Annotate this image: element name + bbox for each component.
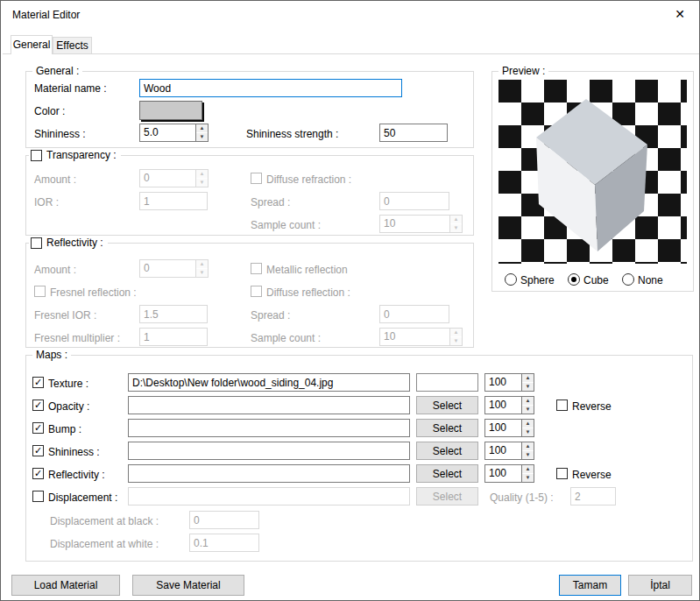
- displacement-path-input[interactable]: [128, 487, 410, 506]
- displacement-select-button[interactable]: Select: [416, 487, 478, 506]
- diffuse-refraction-label: Diffuse refraction :: [266, 173, 351, 186]
- shininess-strength-label: Shininess strength :: [246, 128, 338, 140]
- texture-path-input[interactable]: [128, 373, 410, 392]
- reflectivity-label: Reflectivity :: [46, 237, 103, 250]
- shininess-map-amount-input[interactable]: 100: [484, 442, 521, 460]
- spin-up-icon[interactable]: ▲: [196, 124, 208, 133]
- opacity-label: Opacity :: [48, 400, 89, 413]
- displacement-label: Displacement :: [48, 491, 117, 504]
- texture-select-button[interactable]: [416, 373, 478, 392]
- spin-down-icon[interactable]: ▼: [522, 406, 534, 414]
- radio-none[interactable]: [622, 273, 634, 286]
- bump-label: Bump :: [48, 423, 81, 435]
- reflectivity-map-checkbox[interactable]: ✓: [32, 468, 44, 479]
- reflectivity-checkbox[interactable]: [31, 237, 42, 249]
- window-title: Material Editor: [12, 9, 80, 21]
- fresnel-reflection-label: Fresnel reflection :: [50, 286, 137, 299]
- close-icon[interactable]: ✕: [661, 1, 699, 27]
- texture-amount-input[interactable]: 100: [484, 373, 521, 392]
- reflectivity-map-path-input[interactable]: [128, 464, 410, 483]
- shininess-input[interactable]: 5.0: [139, 124, 195, 142]
- reflectivity-map-amount-spinner: 100 ▲ ▼: [484, 464, 534, 483]
- color-swatch-button[interactable]: [139, 101, 202, 120]
- transparency-sample-count-input[interactable]: 10: [379, 215, 449, 233]
- opacity-reverse-label: Reverse: [572, 400, 612, 413]
- ior-input[interactable]: [139, 192, 208, 210]
- shininess-strength-input[interactable]: [379, 124, 448, 142]
- shininess-map-checkbox[interactable]: ✓: [32, 445, 44, 456]
- diffuse-refraction-checkbox[interactable]: [251, 173, 262, 184]
- material-editor-dialog: Material Editor ✕ General Effects Genera…: [0, 0, 700, 601]
- reflectivity-sample-count-input[interactable]: 10: [379, 328, 449, 346]
- fresnel-multiplier-label: Fresnel multiplier :: [34, 332, 120, 344]
- bump-amount-input[interactable]: 100: [484, 419, 521, 437]
- reflectivity-reverse-label: Reverse: [572, 469, 612, 481]
- spin-up-icon[interactable]: ▲: [196, 170, 208, 179]
- reflectivity-map-select-button[interactable]: Select: [416, 464, 478, 483]
- transparency-amount-input[interactable]: 0: [139, 169, 195, 187]
- check-icon: ✓: [34, 377, 42, 387]
- opacity-path-input[interactable]: [128, 396, 410, 414]
- reflectivity-reverse-checkbox[interactable]: [556, 468, 568, 479]
- opacity-select-button[interactable]: Select: [416, 396, 478, 414]
- spin-up-icon[interactable]: ▲: [522, 397, 534, 406]
- bump-select-button[interactable]: Select: [416, 419, 478, 437]
- tab-general[interactable]: General: [11, 35, 53, 54]
- transparency-checkbox[interactable]: [31, 150, 42, 161]
- reflectivity-map-label: Reflectivity :: [48, 469, 105, 481]
- fresnel-reflection-checkbox[interactable]: [34, 286, 46, 297]
- spin-down-icon[interactable]: ▼: [196, 133, 208, 141]
- spin-up-icon[interactable]: ▲: [522, 442, 534, 451]
- shininess-label: Shininess :: [34, 128, 86, 140]
- radio-cube[interactable]: [568, 273, 580, 286]
- ok-button[interactable]: Tamam: [559, 575, 621, 596]
- spin-up-icon[interactable]: ▲: [450, 216, 462, 224]
- maps-group-legend: Maps :: [32, 349, 71, 362]
- fresnel-ior-input[interactable]: [139, 305, 208, 323]
- transparency-spread-label: Spread :: [251, 196, 290, 209]
- displacement-checkbox[interactable]: [32, 491, 44, 502]
- spin-up-icon[interactable]: ▲: [522, 420, 534, 428]
- reflectivity-amount-input[interactable]: 0: [139, 259, 195, 278]
- spin-down-icon[interactable]: ▼: [522, 474, 534, 482]
- bump-path-input[interactable]: [128, 419, 410, 437]
- shininess-map-amount-spinner: 100 ▲ ▼: [484, 442, 534, 460]
- texture-checkbox[interactable]: ✓: [32, 377, 44, 388]
- spin-up-icon[interactable]: ▲: [522, 465, 534, 474]
- reflectivity-spread-input[interactable]: [379, 305, 449, 323]
- opacity-reverse-checkbox[interactable]: [556, 399, 568, 411]
- transparency-spread-input[interactable]: [379, 192, 449, 210]
- displacement-white-input[interactable]: [189, 534, 259, 552]
- diffuse-reflection-checkbox[interactable]: [251, 286, 262, 297]
- spin-up-icon[interactable]: ▲: [450, 329, 462, 337]
- material-name-input[interactable]: [139, 79, 402, 97]
- metallic-reflection-checkbox[interactable]: [251, 263, 262, 274]
- spin-down-icon[interactable]: ▼: [450, 224, 462, 232]
- spin-down-icon[interactable]: ▼: [196, 269, 208, 277]
- spin-up-icon[interactable]: ▲: [522, 374, 534, 383]
- check-icon: ✓: [34, 422, 42, 433]
- bump-checkbox[interactable]: ✓: [32, 422, 44, 434]
- shininess-map-path-input[interactable]: [128, 442, 410, 460]
- radio-sphere[interactable]: [505, 273, 517, 286]
- spin-down-icon[interactable]: ▼: [522, 451, 534, 459]
- transparency-label: Transparency :: [46, 149, 117, 162]
- spin-down-icon[interactable]: ▼: [522, 428, 534, 436]
- fresnel-multiplier-input[interactable]: [139, 328, 208, 346]
- load-material-button[interactable]: Load Material: [11, 575, 120, 596]
- radio-none-label: None: [638, 274, 663, 286]
- quality-input[interactable]: [570, 487, 616, 506]
- spin-down-icon[interactable]: ▼: [196, 179, 208, 187]
- cancel-button[interactable]: İptal: [628, 575, 692, 596]
- opacity-amount-input[interactable]: 100: [484, 396, 521, 414]
- spin-down-icon[interactable]: ▼: [450, 337, 462, 345]
- spin-down-icon[interactable]: ▼: [522, 383, 534, 391]
- transparency-sample-count-label: Sample count :: [251, 219, 321, 231]
- opacity-checkbox[interactable]: ✓: [32, 399, 44, 411]
- reflectivity-map-amount-input[interactable]: 100: [484, 464, 521, 483]
- tab-effects[interactable]: Effects: [53, 37, 92, 54]
- spin-up-icon[interactable]: ▲: [196, 260, 208, 269]
- displacement-black-input[interactable]: [189, 511, 259, 529]
- shininess-map-select-button[interactable]: Select: [416, 442, 478, 460]
- save-material-button[interactable]: Save Material: [132, 575, 244, 596]
